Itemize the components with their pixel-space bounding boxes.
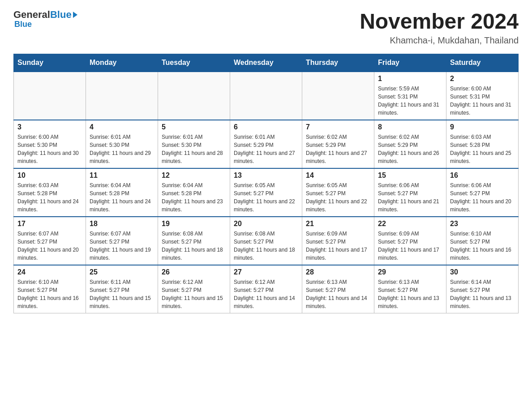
day-info: Sunrise: 6:12 AM Sunset: 5:27 PM Dayligh… [234,278,298,310]
day-number: 26 [162,268,226,276]
day-info: Sunrise: 6:07 AM Sunset: 5:27 PM Dayligh… [17,230,82,262]
day-info: Sunrise: 6:04 AM Sunset: 5:28 PM Dayligh… [162,181,226,214]
day-info: Sunrise: 6:05 AM Sunset: 5:27 PM Dayligh… [234,181,298,214]
day-info: Sunrise: 6:08 AM Sunset: 5:27 PM Dayligh… [162,230,226,262]
calendar-cell [302,72,374,120]
day-info: Sunrise: 6:11 AM Sunset: 5:27 PM Dayligh… [90,278,154,310]
day-number: 29 [378,268,442,276]
calendar-cell: 18Sunrise: 6:07 AM Sunset: 5:27 PM Dayli… [86,217,158,265]
calendar-week-1: 1Sunrise: 5:59 AM Sunset: 5:31 PM Daylig… [14,72,519,120]
day-info: Sunrise: 6:12 AM Sunset: 5:27 PM Dayligh… [162,278,226,310]
calendar-cell: 24Sunrise: 6:10 AM Sunset: 5:27 PM Dayli… [14,265,86,313]
day-number: 25 [90,268,154,276]
calendar-cell: 3Sunrise: 6:00 AM Sunset: 5:30 PM Daylig… [14,120,86,168]
calendar-cell [158,72,230,120]
logo: General Blue Blue [13,9,77,29]
day-number: 2 [450,75,515,83]
day-info: Sunrise: 6:04 AM Sunset: 5:28 PM Dayligh… [90,181,154,214]
day-number: 30 [450,268,515,276]
day-number: 23 [450,220,515,228]
day-number: 9 [450,123,515,131]
calendar-cell: 16Sunrise: 6:06 AM Sunset: 5:27 PM Dayli… [446,168,519,217]
day-number: 21 [306,220,370,228]
calendar-cell: 10Sunrise: 6:03 AM Sunset: 5:28 PM Dayli… [14,168,86,217]
calendar-cell: 22Sunrise: 6:09 AM Sunset: 5:27 PM Dayli… [374,217,446,265]
day-number: 17 [17,220,82,228]
day-info: Sunrise: 6:09 AM Sunset: 5:27 PM Dayligh… [378,230,442,262]
calendar-cell: 23Sunrise: 6:10 AM Sunset: 5:27 PM Dayli… [446,217,519,265]
day-info: Sunrise: 6:01 AM Sunset: 5:30 PM Dayligh… [162,133,226,165]
logo-subtitle: Blue [13,20,32,29]
col-sunday: Sunday [14,54,86,72]
day-number: 22 [378,220,442,228]
day-info: Sunrise: 6:07 AM Sunset: 5:27 PM Dayligh… [90,230,154,262]
calendar-cell: 8Sunrise: 6:02 AM Sunset: 5:29 PM Daylig… [374,120,446,168]
calendar-cell: 11Sunrise: 6:04 AM Sunset: 5:28 PM Dayli… [86,168,158,217]
day-info: Sunrise: 6:05 AM Sunset: 5:27 PM Dayligh… [306,181,370,214]
day-number: 11 [90,171,154,180]
calendar-cell: 25Sunrise: 6:11 AM Sunset: 5:27 PM Dayli… [86,265,158,313]
calendar-cell: 28Sunrise: 6:13 AM Sunset: 5:27 PM Dayli… [302,265,374,313]
day-number: 18 [90,220,154,228]
main-title: November 2024 [360,9,519,34]
day-info: Sunrise: 6:06 AM Sunset: 5:27 PM Dayligh… [450,181,515,214]
calendar-cell [86,72,158,120]
col-monday: Monday [86,54,158,72]
day-number: 3 [17,123,82,131]
calendar-cell: 29Sunrise: 6:13 AM Sunset: 5:27 PM Dayli… [374,265,446,313]
page-header: General Blue Blue November 2024 Khamcha-… [13,9,519,46]
location-subtitle: Khamcha-i, Mukdahan, Thailand [360,35,519,46]
day-number: 10 [17,171,82,180]
day-number: 19 [162,220,226,228]
calendar-week-2: 3Sunrise: 6:00 AM Sunset: 5:30 PM Daylig… [14,120,519,168]
day-number: 14 [306,171,370,180]
day-info: Sunrise: 6:01 AM Sunset: 5:30 PM Dayligh… [90,133,154,165]
logo-text: General Blue [13,9,77,21]
col-tuesday: Tuesday [158,54,230,72]
calendar-cell: 26Sunrise: 6:12 AM Sunset: 5:27 PM Dayli… [158,265,230,313]
calendar-cell: 21Sunrise: 6:09 AM Sunset: 5:27 PM Dayli… [302,217,374,265]
calendar-cell: 15Sunrise: 6:06 AM Sunset: 5:27 PM Dayli… [374,168,446,217]
col-thursday: Thursday [302,54,374,72]
calendar-cell: 27Sunrise: 6:12 AM Sunset: 5:27 PM Dayli… [230,265,302,313]
col-friday: Friday [374,54,446,72]
day-info: Sunrise: 6:02 AM Sunset: 5:29 PM Dayligh… [306,133,370,165]
day-number: 28 [306,268,370,276]
day-info: Sunrise: 6:03 AM Sunset: 5:28 PM Dayligh… [450,133,515,165]
col-saturday: Saturday [446,54,519,72]
logo-arrow-icon [73,12,77,18]
calendar-cell: 2Sunrise: 6:00 AM Sunset: 5:31 PM Daylig… [446,72,519,120]
day-number: 1 [378,75,442,83]
calendar-week-5: 24Sunrise: 6:10 AM Sunset: 5:27 PM Dayli… [14,265,519,313]
calendar-cell: 12Sunrise: 6:04 AM Sunset: 5:28 PM Dayli… [158,168,230,217]
calendar-table: Sunday Monday Tuesday Wednesday Thursday… [13,54,519,313]
calendar-cell: 7Sunrise: 6:02 AM Sunset: 5:29 PM Daylig… [302,120,374,168]
day-number: 20 [234,220,298,228]
day-number: 8 [378,123,442,131]
calendar-week-4: 17Sunrise: 6:07 AM Sunset: 5:27 PM Dayli… [14,217,519,265]
day-number: 16 [450,171,515,180]
day-info: Sunrise: 6:09 AM Sunset: 5:27 PM Dayligh… [306,230,370,262]
day-number: 15 [378,171,442,180]
calendar-cell: 5Sunrise: 6:01 AM Sunset: 5:30 PM Daylig… [158,120,230,168]
calendar-header-row: Sunday Monday Tuesday Wednesday Thursday… [14,54,519,72]
day-info: Sunrise: 6:02 AM Sunset: 5:29 PM Dayligh… [378,133,442,165]
day-info: Sunrise: 6:13 AM Sunset: 5:27 PM Dayligh… [378,278,442,310]
calendar-cell: 13Sunrise: 6:05 AM Sunset: 5:27 PM Dayli… [230,168,302,217]
day-number: 4 [90,123,154,131]
calendar-cell: 30Sunrise: 6:14 AM Sunset: 5:27 PM Dayli… [446,265,519,313]
calendar-cell: 4Sunrise: 6:01 AM Sunset: 5:30 PM Daylig… [86,120,158,168]
col-wednesday: Wednesday [230,54,302,72]
day-number: 12 [162,171,226,180]
calendar-cell: 14Sunrise: 6:05 AM Sunset: 5:27 PM Dayli… [302,168,374,217]
day-info: Sunrise: 6:10 AM Sunset: 5:27 PM Dayligh… [450,230,515,262]
day-info: Sunrise: 6:13 AM Sunset: 5:27 PM Dayligh… [306,278,370,310]
day-info: Sunrise: 6:03 AM Sunset: 5:28 PM Dayligh… [17,181,82,214]
calendar-cell [230,72,302,120]
day-info: Sunrise: 6:08 AM Sunset: 5:27 PM Dayligh… [234,230,298,262]
day-info: Sunrise: 6:00 AM Sunset: 5:30 PM Dayligh… [17,133,82,165]
day-info: Sunrise: 6:10 AM Sunset: 5:27 PM Dayligh… [17,278,82,310]
day-info: Sunrise: 6:06 AM Sunset: 5:27 PM Dayligh… [378,181,442,214]
calendar-cell: 19Sunrise: 6:08 AM Sunset: 5:27 PM Dayli… [158,217,230,265]
calendar-cell: 20Sunrise: 6:08 AM Sunset: 5:27 PM Dayli… [230,217,302,265]
